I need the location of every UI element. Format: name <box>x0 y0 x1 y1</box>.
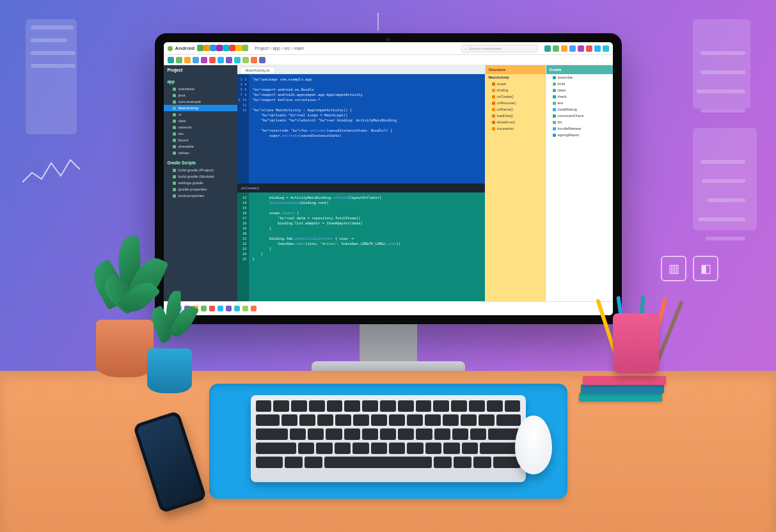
toolbar-icon[interactable] <box>210 45 216 51</box>
secondary-toolbar-icon[interactable] <box>193 57 199 63</box>
keyboard-key <box>371 414 387 426</box>
toolbar-action-icon[interactable] <box>586 45 592 52</box>
gradle-task[interactable]: connectedCheck <box>546 113 613 119</box>
secondary-toolbar-icon[interactable] <box>209 57 216 63</box>
secondary-toolbar-icon[interactable] <box>242 57 249 63</box>
structure-item[interactable]: onCreate() <box>486 93 546 100</box>
sidebar-item[interactable]: values <box>164 150 237 156</box>
secondary-toolbar-icon[interactable] <box>251 57 257 63</box>
toolbar-action-icon[interactable] <box>561 45 567 52</box>
secondary-toolbar-icon[interactable] <box>218 57 224 63</box>
structure-item[interactable]: binding <box>486 87 546 93</box>
sidebar-item[interactable]: build.gradle (Module) <box>164 173 237 180</box>
editor-pane-top[interactable]: 1 2 3 4 5 6 7 8 9 10 11 12 "kw">package … <box>237 74 485 184</box>
sidebar-item[interactable]: manifests <box>164 86 237 92</box>
gradle-task[interactable]: clean <box>546 87 613 93</box>
gradle-panel[interactable]: assemblebuildcleanchecktestinstallDebugc… <box>546 74 613 301</box>
toolbar-icon[interactable] <box>242 45 248 51</box>
secondary-toolbar-icon[interactable] <box>176 57 182 63</box>
status-icon[interactable] <box>226 306 232 311</box>
breadcrumb[interactable]: Project › app › src › main <box>255 46 304 51</box>
secondary-toolbar-icon[interactable] <box>168 57 174 63</box>
sidebar-item[interactable]: ui <box>164 111 237 118</box>
structure-item[interactable]: scope <box>486 81 546 87</box>
structure-item[interactable]: onResume() <box>486 100 546 106</box>
secondary-toolbar-icon[interactable] <box>184 57 191 63</box>
status-icon[interactable] <box>242 306 248 311</box>
toolbar-icon[interactable] <box>229 45 235 51</box>
gradle-task[interactable]: assemble <box>546 74 613 81</box>
sidebar-item[interactable]: drawable <box>164 143 237 150</box>
task-icon <box>553 102 556 105</box>
search-input[interactable]: ⌕ Search everywhere <box>461 45 538 52</box>
gradle-task[interactable]: build <box>546 81 613 87</box>
gradle-task[interactable]: test <box>546 100 613 106</box>
sidebar-item[interactable]: layout <box>164 137 237 143</box>
sidebar-item[interactable]: local.properties <box>164 192 237 199</box>
gradle-task[interactable]: bundleRelease <box>546 125 613 132</box>
structure-item[interactable]: showError() <box>486 119 546 125</box>
toolbar-action-icon[interactable] <box>578 45 584 52</box>
editor-divider[interactable]: onCreate() <box>237 184 485 192</box>
bg-line <box>698 217 745 221</box>
gradle-task[interactable]: lint <box>546 119 613 125</box>
structure-item[interactable]: companion <box>486 125 546 132</box>
secondary-toolbar-icon[interactable] <box>234 57 241 63</box>
structure-item-label: onPause() <box>497 107 513 111</box>
ide-window: Android Project › app › src › main ⌕ Sea… <box>164 42 613 315</box>
mouse <box>515 416 552 474</box>
bg-line <box>697 90 745 93</box>
toolbar-action-icon[interactable] <box>594 45 601 52</box>
structure-panel-header[interactable]: Structure <box>486 65 546 74</box>
sidebar-item[interactable]: res <box>164 130 237 137</box>
sidebar-item-label: layout <box>178 138 189 142</box>
secondary-toolbar-icon[interactable] <box>201 57 207 63</box>
sidebar-item-label: MainActivity <box>178 106 199 110</box>
sidebar-section[interactable]: Gradle Scripts <box>164 159 237 167</box>
monitor: Android Project › app › src › main ⌕ Sea… <box>155 33 622 324</box>
structure-section[interactable]: MainActivity <box>486 74 546 81</box>
keyboard-key <box>326 428 342 440</box>
project-sidebar[interactable]: Project appmanifestsjavacom.exampleMainA… <box>164 65 237 301</box>
sidebar-item[interactable]: data <box>164 118 237 124</box>
status-icon[interactable] <box>218 306 223 311</box>
structure-item-label: loadData() <box>497 114 514 118</box>
status-icon[interactable] <box>234 306 240 311</box>
sidebar-item[interactable]: settings.gradle <box>164 180 237 186</box>
toolbar-action-icon[interactable] <box>544 45 551 52</box>
sidebar-item[interactable]: com.example <box>164 98 237 105</box>
editor-tab[interactable]: MainActivity.kt <box>240 66 276 74</box>
keyboard-key <box>398 428 414 440</box>
file-icon <box>173 169 176 172</box>
toolbar-icon[interactable] <box>223 45 229 51</box>
keyboard <box>251 395 526 482</box>
editor-pane-bottom[interactable]: 13 14 15 16 17 18 19 20 21 22 23 24 25 b… <box>237 192 485 302</box>
sidebar-item[interactable]: gradle.properties <box>164 186 237 192</box>
keyboard-key <box>461 414 477 426</box>
status-icon[interactable] <box>251 306 257 311</box>
structure-panel[interactable]: MainActivityscopebindingonCreate()onResu… <box>486 74 546 301</box>
toolbar-icon[interactable] <box>197 45 203 51</box>
sidebar-item[interactable]: network <box>164 124 237 130</box>
sidebar-item[interactable]: MainActivity <box>164 105 237 111</box>
structure-item[interactable]: loadData() <box>486 113 546 119</box>
sidebar-item[interactable]: java <box>164 92 237 98</box>
status-icon[interactable] <box>201 306 207 311</box>
gradle-task[interactable]: check <box>546 93 613 100</box>
gradle-task[interactable]: installDebug <box>546 106 613 113</box>
toolbar-icon[interactable] <box>203 45 210 51</box>
gradle-panel-header[interactable]: Gradle <box>546 65 613 74</box>
secondary-toolbar-icon[interactable] <box>259 57 265 63</box>
structure-item[interactable]: onPause() <box>486 106 546 113</box>
status-icon[interactable] <box>209 306 215 311</box>
toolbar-icon[interactable] <box>216 45 223 51</box>
toolbar-icon[interactable] <box>235 45 242 51</box>
file-icon <box>173 120 176 123</box>
sidebar-item[interactable]: build.gradle (Project) <box>164 167 237 173</box>
toolbar-action-icon[interactable] <box>603 45 609 52</box>
secondary-toolbar-icon[interactable] <box>226 57 232 63</box>
toolbar-action-icon[interactable] <box>553 45 559 52</box>
toolbar-action-icon[interactable] <box>569 45 576 52</box>
sidebar-section[interactable]: app <box>164 77 237 86</box>
gradle-task[interactable]: signingReport <box>546 132 613 138</box>
